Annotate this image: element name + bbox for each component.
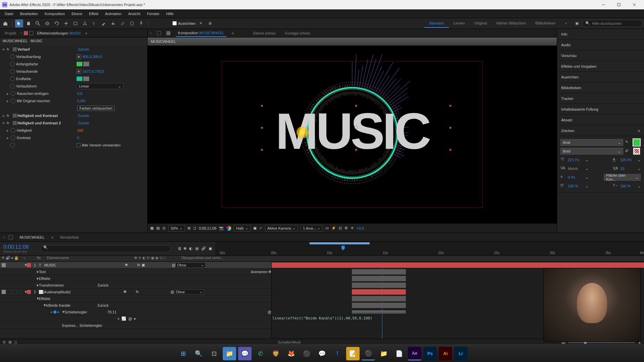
val-blend[interactable]: 0,0% (77, 99, 86, 103)
val-rauschen[interactable]: 0,0 (77, 92, 82, 96)
frame-blend-icon[interactable]: ❋ (183, 246, 186, 251)
fx-badge-icon[interactable]: fx (7, 114, 13, 117)
brush-tool-icon[interactable] (100, 19, 108, 27)
panel-menu-icon[interactable]: ≡ (232, 31, 234, 35)
switch-icon[interactable]: ❋ (123, 290, 126, 294)
group-effects[interactable]: Effekte (39, 277, 50, 281)
swap-colors-button[interactable]: Farben vertauschen (77, 106, 115, 111)
timecode-display[interactable]: 0;00;11;08 (199, 226, 216, 230)
prop-slider[interactable]: Schieberegler (64, 310, 87, 314)
exposure-reset-icon[interactable]: ☀ (351, 226, 354, 230)
panel-menu-icon[interactable]: ≡ (638, 129, 640, 133)
rect-tool-icon[interactable] (71, 19, 79, 27)
camera-dropdown[interactable]: Aktive Kamera⌄ (265, 225, 298, 231)
lr-app-icon[interactable]: Lr (454, 347, 468, 360)
stopwatch-icon[interactable] (11, 91, 15, 96)
workspace-more-icon[interactable]: » (560, 19, 572, 28)
effect-verlauf[interactable]: Verlauf (17, 47, 78, 51)
transform-reset[interactable]: Zurück (97, 283, 109, 287)
panel-menu-icon[interactable]: ≡ (51, 235, 53, 239)
tab-layer[interactable]: Ebene (ohne) (251, 30, 278, 37)
stopwatch-icon[interactable] (10, 143, 15, 147)
workspace-original[interactable]: Original (470, 19, 492, 28)
minimize-button[interactable] (596, 0, 611, 9)
reset-hk1[interactable]: Zurück (78, 114, 89, 118)
menu-komposition[interactable]: Komposition (41, 10, 68, 17)
timeline-ruler[interactable]: 00s 05s 10s 15s 20s 25s 30s 35s 40s (215, 242, 644, 255)
app-icon[interactable]: ⚫ (300, 347, 313, 360)
lock-col-icon[interactable]: 🔒 (14, 256, 19, 261)
pixel-aspect-icon[interactable]: ▭ (325, 226, 329, 230)
switch-collapse-icon[interactable]: ▣ (142, 263, 145, 267)
alpha-toggle-icon[interactable]: ▦ (150, 226, 154, 230)
eyedropper-icon[interactable] (83, 62, 89, 66)
eye-toggle[interactable] (1, 290, 6, 294)
toggle-switches-icon[interactable]: ⊞ (3, 340, 6, 344)
panel-audio[interactable]: Audio (557, 40, 644, 50)
playhead[interactable] (341, 246, 345, 250)
toggle-modes-icon[interactable]: ▦ (8, 340, 12, 344)
clone-tool-icon[interactable] (109, 19, 117, 27)
fill-color-swatch[interactable] (633, 138, 641, 146)
keyframe-strip[interactable] (352, 310, 406, 314)
exposure-value[interactable]: +0,0 (357, 226, 364, 230)
obs-icon[interactable]: ⚫ (362, 347, 375, 360)
selection-handle[interactable] (261, 149, 263, 150)
hscale-value[interactable]: 100 % (620, 184, 636, 188)
panel-menu-icon[interactable]: ≡ (85, 31, 87, 35)
transparency-grid-icon[interactable]: ▨ (156, 226, 160, 230)
reset-hk2[interactable]: Zurück (78, 121, 89, 125)
label-color[interactable] (27, 263, 31, 267)
folder-icon[interactable]: 📁 (377, 347, 390, 360)
ai-app-icon[interactable]: Ai (439, 347, 452, 360)
solo-toggle[interactable] (12, 263, 17, 267)
next-key-icon[interactable]: ▸ (58, 310, 60, 314)
selection-handle[interactable] (449, 149, 451, 150)
color-end-swatch[interactable] (76, 76, 83, 81)
fx-badge-icon[interactable]: fx (7, 121, 13, 125)
val-helligkeit[interactable]: 150 (77, 128, 83, 132)
zoom-tool-icon[interactable] (34, 19, 42, 27)
toggle-brackets-icon[interactable]: {} (14, 340, 17, 344)
fast-preview-icon[interactable]: ▣ (253, 226, 257, 230)
group-effects[interactable]: Effekte (39, 297, 50, 301)
switch-fx-icon[interactable]: fx (137, 263, 140, 267)
color-mgmt-icon[interactable]: ⚙ (344, 226, 348, 230)
anchor-tool-icon[interactable] (62, 19, 70, 27)
twisty-icon[interactable]: ▾ (3, 47, 7, 52)
expr-graph-icon[interactable]: 📈 (121, 316, 126, 321)
stopwatch-icon[interactable] (10, 69, 15, 74)
switch-icon[interactable]: ◐ (143, 256, 146, 261)
eraser-tool-icon[interactable] (118, 19, 126, 27)
stroke-color-swatch[interactable] (633, 147, 641, 155)
panel-zeichen[interactable]: Zeichen≡ (557, 125, 644, 136)
start-button[interactable]: ⊞ (176, 347, 190, 360)
switch-icon[interactable]: ☀ (138, 256, 142, 261)
animate-add-icon[interactable]: ⊕ (268, 269, 271, 274)
workspace-kleiner[interactable]: Kleiner Bildschirm (492, 19, 531, 28)
font-size-value[interactable]: 221 Px (568, 158, 583, 162)
switch-icon[interactable]: ◉ (155, 256, 159, 261)
solo-col-icon[interactable]: ● (11, 256, 13, 261)
orbit-tool-icon[interactable] (43, 19, 51, 27)
switch-icon[interactable]: ❋ (125, 263, 128, 267)
home-tool-icon[interactable] (1, 19, 9, 27)
resolution-dropdown[interactable]: Halb⌄ (234, 225, 251, 231)
selection-tool-icon[interactable] (15, 19, 23, 27)
timeline-icon-toggle[interactable]: ✓ (259, 226, 262, 230)
parent-pickwhip-icon[interactable]: @ (170, 290, 174, 294)
reset-verlauf[interactable]: Zurück (78, 47, 89, 51)
kerning-value[interactable]: Metrik (568, 167, 583, 171)
fast-draft-icon[interactable]: ⚡ (331, 226, 336, 230)
views-dropdown[interactable]: 1 Ansi...⌄ (301, 225, 323, 231)
menu-datei[interactable]: Datei (1, 10, 17, 17)
twisty-icon[interactable]: ▸ (3, 114, 7, 118)
fill-over-dropdown[interactable]: Fläche über Kon...⌄ (604, 174, 641, 181)
group-text[interactable]: Text (39, 270, 46, 274)
tab-footage[interactable]: Footage (ohne) (283, 30, 312, 37)
hand-tool-icon[interactable] (24, 19, 33, 27)
leading-value[interactable]: 325 Px (620, 158, 636, 162)
stopwatch-icon[interactable] (11, 128, 15, 133)
firefox-icon[interactable]: 🦊 (284, 347, 298, 360)
stroke-width-value[interactable]: 0 Px (568, 175, 583, 179)
